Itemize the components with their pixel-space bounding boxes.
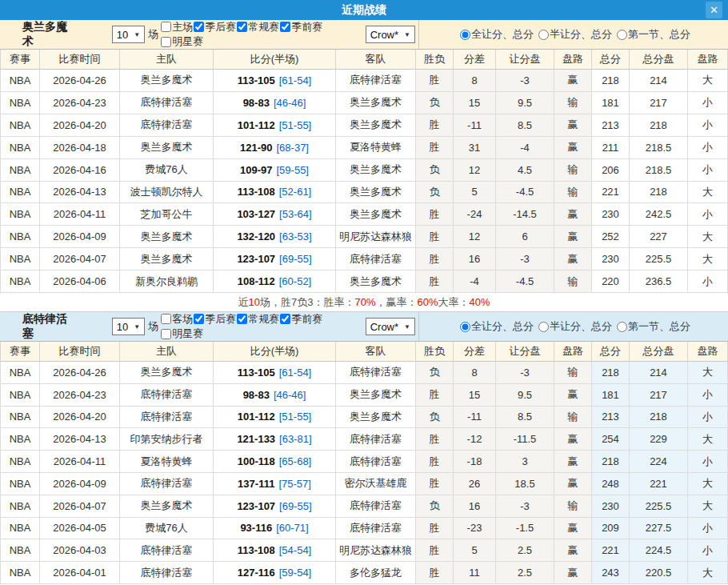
- checkbox-季前赛[interactable]: [280, 22, 290, 32]
- full-score: 132-120: [237, 230, 275, 242]
- radio-半让分、总分[interactable]: [538, 322, 549, 332]
- away-team-name: 奥兰多魔术: [336, 407, 416, 429]
- full-score: 123-107: [237, 500, 275, 512]
- total-points-cell: 248: [592, 473, 630, 495]
- total-points-cell: 220: [592, 270, 630, 293]
- handicap-line-cell: -11.5: [496, 428, 554, 451]
- handicap-line-cell: 2.5: [496, 562, 554, 584]
- checkbox-常规赛[interactable]: [237, 22, 247, 32]
- dropdown-arrow-icon: ▼: [404, 31, 410, 38]
- full-score: 121-90: [240, 142, 272, 154]
- radio-第一节、总分[interactable]: [617, 322, 627, 332]
- section1-odds-company-select[interactable]: Crow* ▼: [366, 26, 415, 43]
- section2-odds-company-select[interactable]: Crow* ▼: [366, 318, 415, 335]
- home-team-name: 芝加哥公牛: [120, 203, 214, 226]
- half-score: [69-55]: [279, 253, 311, 265]
- game-row: NBA2026-04-23底特律活塞98-83[46-46]奥兰多魔术负159.…: [0, 92, 728, 114]
- score-cell: 109-97[59-55]: [214, 159, 336, 182]
- league-cell: NBA: [0, 270, 40, 293]
- handicap-result-cell: 赢: [554, 473, 592, 495]
- section2-games-count-select[interactable]: 10 ▼: [112, 318, 145, 335]
- over-under-cell: 小: [688, 518, 728, 540]
- league-cell: NBA: [0, 451, 40, 473]
- league-cell: NBA: [0, 114, 40, 137]
- win-loss-cell: 胜: [416, 248, 454, 270]
- game-row: NBA2026-04-01底特律活塞127-116[59-54]多伦多猛龙胜11…: [0, 562, 728, 584]
- handicap-line-cell: 8.5: [496, 407, 554, 429]
- checkbox-label: 常规赛: [248, 312, 279, 327]
- point-diff-cell: 11: [454, 562, 496, 584]
- close-button[interactable]: ✕: [706, 2, 722, 18]
- away-team-name: 底特律活塞: [336, 362, 416, 384]
- league-cell: NBA: [0, 473, 40, 495]
- filter-checkbox-常规赛: 常规赛: [236, 20, 279, 34]
- over-under-cell: 大: [688, 182, 728, 204]
- home-team-name: 奥兰多魔术: [120, 226, 214, 248]
- games-count-value: 10: [117, 29, 128, 41]
- date-cell: 2026-04-11: [40, 451, 120, 473]
- column-header: 盘路: [688, 50, 728, 70]
- total-line-cell: 218: [630, 407, 688, 429]
- handicap-line-cell: 8.5: [496, 114, 554, 137]
- radio-半让分、总分[interactable]: [538, 30, 549, 40]
- checkbox-常规赛[interactable]: [237, 314, 247, 324]
- radio-全让分、总分[interactable]: [460, 30, 470, 40]
- home-team-name: 底特律活塞: [120, 562, 214, 584]
- section2-table-body: NBA2026-04-26奥兰多魔术113-105[61-54]底特律活塞负8-…: [0, 362, 728, 584]
- radio-label: 半让分、总分: [550, 319, 612, 334]
- column-header: 总分盘: [630, 50, 688, 70]
- win-loss-cell: 胜: [416, 270, 454, 293]
- handicap-line-cell: -3: [496, 70, 554, 92]
- home-team-name: 底特律活塞: [120, 473, 214, 495]
- checkbox-季后赛[interactable]: [194, 22, 204, 32]
- over-under-cell: 大: [688, 428, 728, 451]
- section1-summary-row: 近 10 场，胜7负3：胜率：70%，赢率：60% 大率：40%: [0, 293, 728, 312]
- column-header: 总分: [592, 50, 630, 70]
- radio-全让分、总分[interactable]: [460, 322, 470, 332]
- half-score: [46-46]: [274, 97, 306, 109]
- away-team-name: 明尼苏达森林狼: [336, 539, 416, 562]
- game-row: NBA2026-04-13波士顿凯尔特人113-108[52-61]奥兰多魔术负…: [0, 182, 728, 204]
- home-team-name: 底特律活塞: [120, 92, 214, 114]
- checkbox-明星赛[interactable]: [161, 37, 171, 47]
- full-score: 100-118: [238, 455, 275, 467]
- filter-checkbox-常规赛: 常规赛: [236, 312, 279, 327]
- date-cell: 2026-04-01: [40, 562, 120, 584]
- checkbox-明星赛[interactable]: [161, 329, 171, 339]
- half-score: [54-54]: [279, 544, 311, 556]
- total-line-cell: 242.5: [630, 203, 688, 226]
- point-diff-cell: 8: [454, 362, 496, 384]
- handicap-line-cell: 9.5: [496, 92, 554, 114]
- column-header: 盘路: [554, 50, 592, 70]
- checkbox-季后赛[interactable]: [194, 314, 204, 324]
- game-row: NBA2026-04-20底特律活塞101-112[51-55]奥兰多魔术胜-1…: [0, 114, 728, 137]
- league-cell: NBA: [0, 562, 40, 584]
- full-score: 113-108: [238, 544, 275, 556]
- radio-label: 全让分、总分: [471, 27, 534, 42]
- game-row: NBA2026-04-26奥兰多魔术113-105[61-54]底特律活塞胜8-…: [0, 70, 728, 92]
- section2-radio-group: 全让分、总分半让分、总分第一节、总分: [418, 312, 728, 341]
- handicap-result-cell: 赢: [554, 428, 592, 451]
- summary-text: 场，胜7负3：胜率：: [260, 295, 354, 310]
- checkbox-主场[interactable]: [161, 22, 171, 32]
- summary-text: 70%: [354, 296, 375, 308]
- section1-games-count-select[interactable]: 10 ▼: [112, 26, 145, 43]
- radio-第一节、总分[interactable]: [617, 30, 627, 40]
- over-under-cell: 大: [688, 70, 728, 92]
- column-header: 让分盘: [496, 50, 554, 70]
- column-header: 比赛时间: [40, 50, 120, 70]
- point-diff-cell: 12: [454, 226, 496, 248]
- checkbox-季前赛[interactable]: [280, 314, 290, 324]
- score-cell: 103-127[53-64]: [214, 203, 336, 226]
- league-cell: NBA: [0, 182, 40, 204]
- checkbox-客场[interactable]: [161, 314, 171, 324]
- total-line-cell: 229: [630, 428, 688, 451]
- filter-checkbox-主场: 主场: [160, 20, 193, 34]
- full-score: 109-97: [240, 164, 272, 176]
- league-cell: NBA: [0, 362, 40, 384]
- full-score: 113-108: [238, 186, 275, 198]
- away-team-name: 底特律活塞: [336, 248, 416, 270]
- half-score: [53-64]: [279, 208, 311, 220]
- score-cell: 121-90[68-37]: [214, 137, 336, 159]
- date-cell: 2026-04-03: [40, 539, 120, 562]
